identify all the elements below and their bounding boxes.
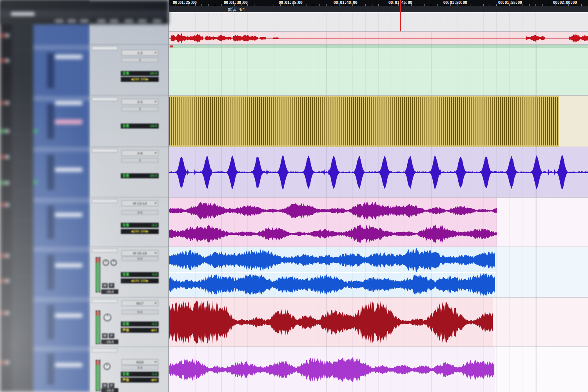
track-tab[interactable] bbox=[92, 149, 118, 152]
io-selector[interactable]: 5-6 bbox=[122, 365, 158, 370]
output-selector[interactable]: 1-2 bbox=[122, 50, 158, 56]
fader-slot[interactable] bbox=[47, 255, 54, 290]
mute-button[interactable]: M bbox=[102, 333, 108, 338]
fader-slot[interactable] bbox=[47, 305, 54, 339]
track-tab[interactable] bbox=[92, 199, 118, 203]
volume-value: 0.0 bbox=[152, 272, 157, 277]
track-buttons[interactable] bbox=[1, 155, 11, 159]
row-divider bbox=[90, 247, 169, 247]
pan-knob[interactable] bbox=[111, 260, 117, 266]
ruler-timestamp: 00:01:40:00 bbox=[334, 0, 358, 5]
io-selector[interactable]: 5-6 bbox=[122, 256, 158, 261]
volume-readout[interactable]: 音量-20.5 bbox=[121, 71, 159, 76]
mute-button[interactable]: M bbox=[102, 283, 108, 288]
output-selector[interactable]: M 13-14 bbox=[122, 200, 158, 206]
pan-label: 声像 bbox=[122, 378, 129, 382]
pan-knob[interactable] bbox=[103, 260, 109, 266]
pan-knob[interactable] bbox=[103, 363, 111, 370]
track-buttons[interactable] bbox=[1, 254, 11, 258]
level-meter bbox=[98, 257, 100, 292]
volume-readout[interactable]: 音量-20.5 bbox=[121, 173, 159, 178]
fader-slot[interactable] bbox=[47, 354, 54, 385]
level-meter bbox=[98, 310, 100, 344]
fader-slot[interactable] bbox=[47, 206, 54, 239]
track-tab[interactable] bbox=[92, 46, 118, 50]
io-selector[interactable]: 3 bbox=[122, 158, 158, 163]
pan-readout[interactable]: ◀100 100▶ bbox=[121, 229, 159, 234]
solo-button[interactable]: P bbox=[109, 283, 114, 288]
track-buttons[interactable] bbox=[1, 129, 11, 133]
track-buttons[interactable] bbox=[1, 361, 11, 365]
level-meter bbox=[96, 257, 98, 292]
track-lane-m15-16[interactable] bbox=[169, 247, 588, 297]
fader-value[interactable]: -15.0 bbox=[101, 289, 118, 294]
volume-label: 音量 bbox=[122, 174, 129, 178]
track-buttons[interactable] bbox=[1, 279, 11, 283]
output-selector[interactable]: M 15-16 bbox=[122, 250, 158, 256]
record-ready-led[interactable] bbox=[34, 180, 37, 184]
output-selector[interactable]: 4-8 bbox=[122, 150, 158, 156]
timeline-ruler[interactable]: 00:01:25:00 00:01:30:00 00:01:35:00 00:0… bbox=[169, 0, 588, 6]
output-selector[interactable]: M17 bbox=[122, 300, 158, 306]
record-ready-led[interactable] bbox=[34, 129, 37, 133]
toolbar-row[interactable] bbox=[0, 17, 169, 24]
pan-readout[interactable]: ◀100 100▶ bbox=[121, 278, 159, 283]
volume-readout[interactable]: 音量-1.2 bbox=[121, 372, 159, 377]
volume-readout[interactable]: 音量-2.2 bbox=[121, 223, 159, 228]
track-tab[interactable] bbox=[92, 299, 118, 303]
track-lane-shaker[interactable] bbox=[169, 95, 588, 147]
volume-readout[interactable]: 音量-19.5 bbox=[121, 123, 159, 129]
pan-readout[interactable]: ◀100 100▶ bbox=[121, 77, 159, 82]
io-selector[interactable]: 2 bbox=[122, 58, 158, 62]
menu-row[interactable] bbox=[0, 10, 169, 17]
io-selector[interactable]: 3 bbox=[122, 107, 158, 111]
fader-slot[interactable] bbox=[47, 104, 54, 139]
track-lane-perc[interactable] bbox=[169, 31, 588, 44]
track-head-column: 1-2 2 音量-20.5 ◀100 100▶ 2-2 3 音量-19.5 4-… bbox=[90, 0, 169, 392]
blurred-label bbox=[55, 263, 82, 267]
track-lane-pulse[interactable] bbox=[169, 147, 588, 197]
track-buttons[interactable] bbox=[1, 34, 11, 38]
marker-ruler[interactable] bbox=[169, 12, 588, 31]
pan-knob[interactable] bbox=[103, 314, 111, 321]
track-buttons[interactable] bbox=[1, 311, 11, 315]
output-selector[interactable]: 2-2 bbox=[122, 99, 158, 105]
fader-value[interactable]: -15.0 bbox=[101, 388, 118, 392]
waveform bbox=[169, 348, 588, 391]
blurred-label bbox=[55, 314, 82, 318]
output-selector[interactable]: M18 bbox=[122, 359, 158, 365]
track-tab[interactable] bbox=[92, 348, 118, 352]
strip-header bbox=[33, 96, 90, 101]
mute-button[interactable]: M bbox=[102, 383, 108, 388]
fader-value[interactable]: -15.0 bbox=[101, 339, 118, 344]
mute-solo-group: MP bbox=[102, 333, 114, 338]
track-buttons[interactable] bbox=[1, 59, 11, 63]
track-tab[interactable] bbox=[92, 249, 118, 252]
track-tab[interactable] bbox=[92, 97, 118, 101]
track-lane-m17[interactable] bbox=[169, 297, 588, 347]
io-selector[interactable]: 5-6 bbox=[122, 210, 158, 215]
track-lane-m13-14[interactable] bbox=[169, 197, 588, 247]
pan-readout[interactable]: 声像◀41 bbox=[121, 328, 159, 333]
ruler-timestamp: 00:01:55:00 bbox=[498, 0, 522, 5]
fader-slot[interactable] bbox=[47, 53, 54, 88]
volume-readout[interactable]: 音量0.0 bbox=[121, 272, 159, 277]
track-buttons[interactable] bbox=[1, 203, 11, 207]
edit-window: 00:01:25:00 00:01:30:00 00:01:35:00 00:0… bbox=[169, 0, 588, 392]
track-buttons[interactable] bbox=[1, 101, 11, 105]
track-buttons[interactable] bbox=[1, 181, 11, 185]
solo-button[interactable]: P bbox=[109, 383, 114, 388]
fader-slot[interactable] bbox=[47, 155, 54, 190]
io-selector[interactable]: 5-6 bbox=[122, 310, 158, 314]
tempo-ruler[interactable]: 默认: 4/4 bbox=[169, 6, 588, 12]
volume-label: 音量 bbox=[122, 272, 129, 277]
pan-readout[interactable]: 声像◀60 bbox=[121, 377, 159, 383]
strip-header bbox=[33, 347, 90, 351]
volume-readout[interactable]: 音量-2.2 bbox=[121, 321, 159, 327]
solo-button[interactable]: P bbox=[109, 333, 114, 338]
track-lane-m18[interactable] bbox=[169, 347, 588, 392]
volume-label: 音量 bbox=[122, 322, 129, 326]
playhead[interactable] bbox=[400, 0, 401, 31]
time-signature[interactable]: 默认: 4/4 bbox=[228, 7, 245, 13]
track-lane-keys[interactable] bbox=[169, 44, 588, 95]
